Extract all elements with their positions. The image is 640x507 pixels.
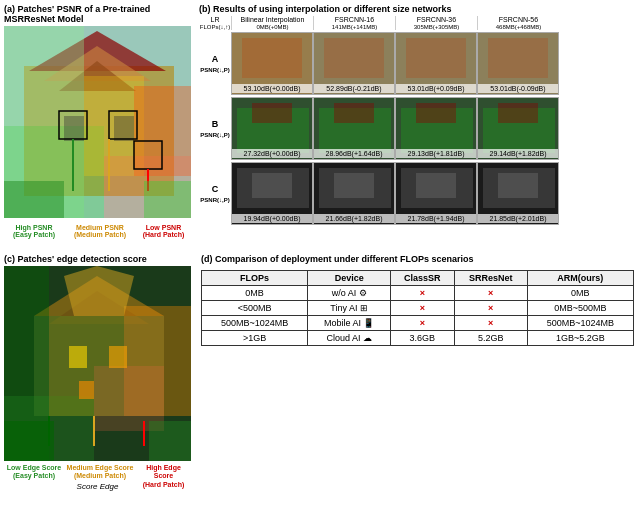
panel-d-title: (d) Comparison of deployment under diffe… (201, 254, 634, 264)
row-b-bilinear-psnr: 27.32dB(+0.00dB) (232, 149, 312, 158)
cell-device-3: Mobile AI 📱 (308, 316, 391, 331)
caption-high-psnr: High PSNR(Easy Patch) (4, 224, 64, 238)
cell-arm-1: 0MB (527, 286, 633, 301)
row-c-cell-fsrcnn16: 21.66dB(+1.82dB) (313, 162, 395, 225)
row-b-cell-bilinear: 27.32dB(+0.00dB) (231, 97, 313, 160)
th-arm: ARM(ours) (527, 271, 633, 286)
col-lr: LRFLOPs(↓,↑) (199, 16, 231, 30)
svg-rect-56 (498, 173, 538, 198)
col-fsrcnn36: FSRCNN-36305MB(+305MB) (395, 16, 477, 30)
panel-b-title: (b) Results of using interpolation or di… (199, 4, 636, 14)
svg-rect-11 (64, 116, 84, 141)
svg-rect-68 (109, 346, 127, 368)
col-bilinear: Bilinear Interpolation0MB(+0MB) (231, 16, 313, 30)
cell-arm-4: 1GB~5.2GB (527, 331, 633, 346)
cell-device-1: w/o AI ⚙ (308, 286, 391, 301)
row-b-fsrcnn56-psnr: 29.14dB(+1.82dB) (478, 149, 558, 158)
cell-flops-4: >1GB (202, 331, 308, 346)
panel-a: (a) Patches' PSNR of a Pre-trained MSRRe… (0, 0, 195, 250)
row-b-cell-fsrcnn16: 28.96dB(+1.64dB) (313, 97, 395, 160)
cell-classsr-4: 3.6GB (391, 331, 454, 346)
row-c-cell-bilinear: 19.94dB(+0.00dB) (231, 162, 313, 225)
grid-row-a: APSNR(↓,P) 53.10dB(+0.00dB) 52.89dB(-0.2… (199, 32, 636, 95)
row-c-fsrcnn36-psnr: 21.78dB(+1.94dB) (396, 214, 476, 223)
panel-b: (b) Results of using interpolation or di… (195, 0, 640, 250)
grid-row-b: BPSNR(↓,P) 27.32dB(+0.00dB) 28.96dB(+1.6… (199, 97, 636, 160)
svg-rect-47 (252, 173, 292, 198)
grid-row-c: CPSNR(↓,P) 19.94dB(+0.00dB) 21.66dB(+1.8… (199, 162, 636, 225)
row-c-fsrcnn56-psnr: 21.85dB(+2.01dB) (478, 214, 558, 223)
table-row-4: >1GB Cloud AI ☁ 3.6GB 5.2GB 1GB~5.2GB (202, 331, 634, 346)
svg-rect-19 (4, 181, 64, 218)
caption-medium-psnr: Medium PSNR(Medium Patch) (68, 224, 133, 238)
panel-c-title: (c) Patches' edge detection score (4, 254, 191, 264)
col-fsrcnn56: FSRCNN-56468MB(+468MB) (477, 16, 559, 30)
th-flops: FLOPs (202, 271, 308, 286)
bottom-row: (c) Patches' edge detection score (0, 250, 640, 507)
row-c-label: CPSNR(↓,P) (199, 184, 231, 204)
row-a-fsrcnn16-psnr: 52.89dB(-0.21dB) (314, 84, 394, 93)
cell-flops-3: 500MB~1024MB (202, 316, 308, 331)
table-row-3: 500MB~1024MB Mobile AI 📱 × × 500MB~1024M… (202, 316, 634, 331)
panel-a-image (4, 26, 191, 218)
panel-c: (c) Patches' edge detection score (0, 250, 195, 507)
table-row-1: 0MB w/o AI ⚙ × × 0MB (202, 286, 634, 301)
svg-rect-20 (144, 181, 191, 218)
svg-rect-12 (114, 116, 134, 141)
svg-rect-38 (334, 103, 374, 123)
cell-flops-1: 0MB (202, 286, 308, 301)
main-container: (a) Patches' PSNR of a Pre-trained MSRRe… (0, 0, 640, 507)
svg-rect-74 (149, 421, 191, 461)
table-row-2: <500MB Tiny AI ⊞ × × 0MB~500MB (202, 301, 634, 316)
svg-rect-69 (79, 381, 94, 399)
cell-srresnet-2: × (454, 301, 527, 316)
row-b-fsrcnn16-psnr: 28.96dB(+1.64dB) (314, 149, 394, 158)
comparison-table: FLOPs Device ClassSR SRResNet ARM(ours) … (201, 270, 634, 346)
cell-srresnet-4: 5.2GB (454, 331, 527, 346)
cell-arm-3: 500MB~1024MB (527, 316, 633, 331)
row-c-fsrcnn16-psnr: 21.66dB(+1.82dB) (314, 214, 394, 223)
row-c-bilinear-psnr: 19.94dB(+0.00dB) (232, 214, 312, 223)
row-b-fsrcnn36-psnr: 29.13dB(+1.81dB) (396, 149, 476, 158)
svg-rect-67 (69, 346, 87, 368)
svg-rect-50 (334, 173, 374, 198)
svg-rect-53 (416, 173, 456, 198)
comparison-table-wrapper: FLOPs Device ClassSR SRResNet ARM(ours) … (201, 270, 634, 346)
col-fsrcnn16: FSRCNN-16141MB(+141MB) (313, 16, 395, 30)
row-a-cell-bilinear: 53.10dB(+0.00dB) (231, 32, 313, 95)
th-srresnet: SRResNet (454, 271, 527, 286)
th-device: Device (308, 271, 391, 286)
row-a-cell-fsrcnn36: 53.01dB(+0.09dB) (395, 32, 477, 95)
svg-rect-73 (4, 421, 54, 461)
cell-classsr-1: × (391, 286, 454, 301)
cell-device-2: Tiny AI ⊞ (308, 301, 391, 316)
row-a-fsrcnn56-psnr: 53.01dB(-0.09dB) (478, 84, 558, 93)
svg-rect-35 (252, 103, 292, 123)
caption-high-edge: High Edge Score(Hard Patch) (136, 464, 191, 489)
top-row: (a) Patches' PSNR of a Pre-trained MSRRe… (0, 0, 640, 250)
svg-rect-41 (416, 103, 456, 123)
row-c-cell-fsrcnn56: 21.85dB(+2.01dB) (477, 162, 559, 225)
row-a-cell-fsrcnn56: 53.01dB(-0.09dB) (477, 32, 559, 95)
panel-a-title: (a) Patches' PSNR of a Pre-trained MSRRe… (4, 4, 191, 24)
panel-d: (d) Comparison of deployment under diffe… (195, 250, 640, 507)
cell-classsr-2: × (391, 301, 454, 316)
cell-device-4: Cloud AI ☁ (308, 331, 391, 346)
score-edge-label: Score Edge (77, 482, 119, 491)
cell-arm-2: 0MB~500MB (527, 301, 633, 316)
row-b-cell-fsrcnn36: 29.13dB(+1.81dB) (395, 97, 477, 160)
row-a-cell-fsrcnn16: 52.89dB(-0.21dB) (313, 32, 395, 95)
row-b-cell-fsrcnn56: 29.14dB(+1.82dB) (477, 97, 559, 160)
caption-low-edge: Low Edge Score(Easy Patch) (4, 464, 64, 489)
th-classsr: ClassSR (391, 271, 454, 286)
panel-c-image (4, 266, 191, 461)
row-a-fsrcnn36-psnr: 53.01dB(+0.09dB) (396, 84, 476, 93)
cell-flops-2: <500MB (202, 301, 308, 316)
cell-classsr-3: × (391, 316, 454, 331)
row-a-label: APSNR(↓,P) (199, 54, 231, 74)
svg-rect-44 (498, 103, 538, 123)
row-b-label: BPSNR(↓,P) (199, 119, 231, 139)
row-a-bilinear-psnr: 53.10dB(+0.00dB) (232, 84, 312, 93)
cell-srresnet-1: × (454, 286, 527, 301)
row-c-cell-fsrcnn36: 21.78dB(+1.94dB) (395, 162, 477, 225)
